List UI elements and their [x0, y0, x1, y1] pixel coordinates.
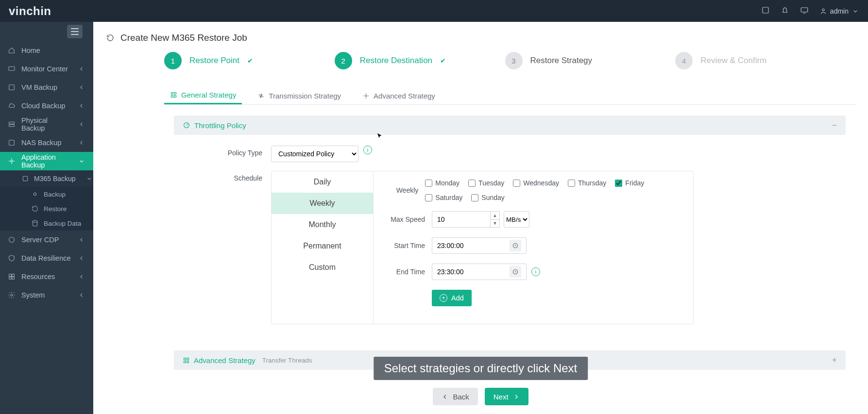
schedule-tab-permanent[interactable]: Permanent — [272, 235, 373, 257]
sidebar-item-data-resilience[interactable]: Data Resilience — [0, 249, 93, 267]
weekday-sunday[interactable]: Sunday — [471, 194, 504, 201]
clock-icon[interactable] — [510, 240, 521, 251]
svg-rect-14 — [12, 274, 15, 277]
page-title: Create New M365 Restore Job — [120, 33, 247, 43]
throttling-policy-header[interactable]: Throttling Policy − — [174, 116, 846, 135]
monitor-icon[interactable] — [800, 6, 809, 16]
tab-advanced-strategy[interactable]: Advanced Strategy — [357, 87, 441, 104]
user-menu[interactable]: admin — [819, 7, 859, 15]
sidebar-item-home[interactable]: Home — [0, 41, 93, 60]
step-restore-destination[interactable]: 2 Restore Destination ✔ — [335, 52, 476, 69]
gear-icon — [8, 291, 16, 299]
spin-up-icon[interactable]: ▲ — [491, 212, 499, 220]
sidebar-item-label: Application Backup — [21, 153, 72, 169]
step-review-confirm[interactable]: 4 Review & Confirm — [675, 52, 817, 69]
weekday-monday[interactable]: Monday — [425, 179, 460, 187]
clock-icon[interactable] — [510, 266, 521, 278]
max-speed-spinner[interactable]: ▲▼ — [490, 211, 500, 228]
bell-icon[interactable] — [781, 6, 789, 16]
sidebar-leaf-restore[interactable]: Restore — [0, 201, 93, 216]
svg-rect-21 — [174, 96, 176, 98]
sidebar-leaf-backup[interactable]: Backup — [0, 187, 93, 201]
grid-icon — [170, 91, 177, 99]
tab-general-strategy[interactable]: General Strategy — [164, 87, 242, 104]
svg-point-8 — [11, 160, 13, 162]
tab-label: General Strategy — [181, 91, 236, 99]
step-restore-strategy[interactable]: 3 Restore Strategy — [505, 52, 647, 69]
back-button[interactable]: Back — [433, 388, 477, 405]
add-button[interactable]: + Add — [432, 290, 472, 306]
nas-icon — [8, 139, 16, 147]
max-speed-input[interactable]: ▲▼ — [432, 211, 500, 228]
sidebar-item-server-cdp[interactable]: Server CDP — [0, 231, 93, 249]
max-speed-field[interactable] — [432, 211, 490, 228]
sidebar-item-resources[interactable]: Resources — [0, 267, 93, 286]
grid-icon — [183, 357, 190, 364]
collapse-icon[interactable]: − — [832, 121, 837, 130]
user-name: admin — [830, 7, 849, 15]
sidebar-item-physical-backup[interactable]: Physical Backup — [0, 115, 93, 133]
weekday-wednesday[interactable]: Wednesday — [513, 179, 559, 187]
refresh-icon[interactable] — [106, 33, 115, 42]
expand-icon[interactable]: + — [832, 356, 837, 364]
shield-icon — [8, 254, 16, 262]
sidebar-item-application-backup[interactable]: Application Backup — [0, 152, 93, 170]
schedule-tab-label: Custom — [309, 263, 336, 272]
chevron-down-icon — [85, 175, 93, 182]
chevron-down-icon — [851, 7, 859, 15]
schedule-tab-custom[interactable]: Custom — [272, 257, 373, 278]
schedule-tab-label: Permanent — [303, 242, 341, 250]
svg-rect-27 — [187, 358, 189, 360]
step-label: Restore Point — [189, 56, 239, 66]
svg-rect-0 — [763, 7, 768, 13]
sidebar-item-system[interactable]: System — [0, 286, 93, 304]
schedule-tab-daily[interactable]: Daily — [272, 171, 373, 193]
svg-rect-3 — [9, 66, 15, 70]
sidebar-leaf-backup-data[interactable]: Backup Data — [0, 216, 93, 231]
step-restore-point[interactable]: 1 Restore Point ✔ — [164, 52, 306, 69]
sidebar-item-label: VM Backup — [21, 83, 57, 91]
svg-rect-20 — [171, 96, 173, 98]
sidebar-item-cloud-backup[interactable]: Cloud Backup — [0, 97, 93, 115]
schedule-tab-monthly[interactable]: Monthly — [272, 214, 373, 235]
end-time-input[interactable] — [432, 264, 527, 280]
add-button-label: Add — [451, 294, 464, 302]
plus-icon: + — [440, 294, 447, 302]
strategy-tabs: General Strategy Transmission Strategy A… — [164, 87, 855, 105]
vm-icon — [8, 83, 16, 91]
sidebar-collapse-button[interactable] — [67, 25, 83, 38]
tab-transmission-strategy[interactable]: Transmission Strategy — [252, 87, 347, 104]
weekday-thursday[interactable]: Thursday — [568, 179, 606, 187]
speed-unit-select[interactable]: MB/s — [504, 211, 529, 228]
info-icon[interactable]: i — [531, 267, 540, 276]
start-time-field[interactable] — [437, 242, 510, 249]
schedule-tab-weekly[interactable]: Weekly — [272, 193, 373, 214]
start-time-input[interactable] — [432, 237, 527, 254]
policy-type-select[interactable]: Customized Policy — [271, 146, 358, 162]
svg-point-22 — [365, 95, 367, 97]
next-button[interactable]: Next — [485, 388, 528, 405]
save-view-icon[interactable] — [761, 6, 770, 16]
svg-rect-9 — [23, 176, 27, 181]
check-icon: ✔ — [440, 57, 446, 65]
app-icon — [8, 157, 16, 165]
check-icon: ✔ — [247, 57, 253, 65]
sidebar-item-vm-backup[interactable]: VM Backup — [0, 78, 93, 97]
weekday-friday[interactable]: Friday — [615, 179, 644, 187]
sidebar-sub-m365-backup[interactable]: M365 Backup — [0, 170, 93, 187]
spin-down-icon[interactable]: ▼ — [491, 220, 499, 228]
sidebar-item-label: NAS Backup — [21, 139, 61, 147]
weekday-tuesday[interactable]: Tuesday — [468, 179, 504, 187]
data-icon — [31, 219, 39, 227]
weekday-saturday[interactable]: Saturday — [425, 194, 462, 201]
info-icon[interactable]: i — [363, 146, 372, 154]
end-time-field[interactable] — [437, 268, 510, 276]
policy-type-label: Policy Type — [208, 146, 271, 157]
sidebar-item-label: Monitor Center — [21, 65, 68, 73]
end-time-row: End Time i — [383, 264, 683, 280]
chevron-left-icon — [78, 254, 85, 262]
sidebar-item-nas-backup[interactable]: NAS Backup — [0, 133, 93, 152]
svg-rect-5 — [9, 122, 15, 124]
step-label: Restore Destination — [360, 56, 432, 66]
sidebar-item-monitor-center[interactable]: Monitor Center — [0, 60, 93, 78]
